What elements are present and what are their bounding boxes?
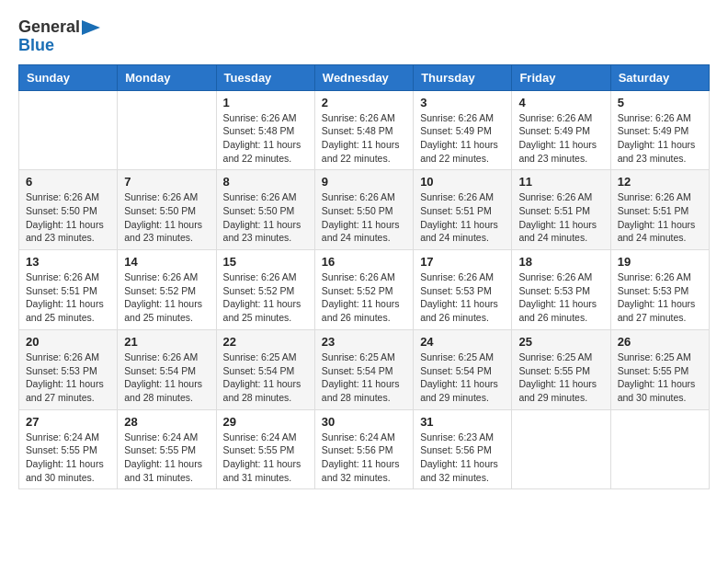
day-number: 12 [618, 175, 702, 189]
day-number: 4 [518, 96, 603, 109]
calendar-cell: 18Sunrise: 6:26 AM Sunset: 5:53 PM Dayli… [512, 250, 610, 330]
day-number: 22 [223, 335, 308, 349]
calendar-cell: 24Sunrise: 6:25 AM Sunset: 5:54 PM Dayli… [414, 329, 512, 409]
day-info: Sunrise: 6:26 AM Sunset: 5:48 PM Dayligh… [223, 111, 308, 166]
day-number: 9 [322, 175, 406, 189]
day-info: Sunrise: 6:26 AM Sunset: 5:51 PM Dayligh… [618, 190, 702, 245]
calendar-cell: 17Sunrise: 6:26 AM Sunset: 5:53 PM Dayli… [414, 250, 512, 330]
day-info: Sunrise: 6:23 AM Sunset: 5:56 PM Dayligh… [420, 431, 505, 485]
day-info: Sunrise: 6:25 AM Sunset: 5:55 PM Dayligh… [518, 350, 603, 405]
day-number: 7 [124, 175, 209, 189]
day-info: Sunrise: 6:26 AM Sunset: 5:53 PM Dayligh… [420, 270, 505, 325]
day-number: 20 [26, 335, 110, 349]
day-info: Sunrise: 6:26 AM Sunset: 5:48 PM Dayligh… [322, 111, 406, 166]
logo: General Blue [18, 18, 100, 55]
day-number: 28 [124, 415, 209, 429]
calendar-cell: 7Sunrise: 6:26 AM Sunset: 5:50 PM Daylig… [118, 170, 216, 250]
calendar-table: SundayMondayTuesdayWednesdayThursdayFrid… [18, 64, 710, 490]
calendar-week-row: 13Sunrise: 6:26 AM Sunset: 5:51 PM Dayli… [19, 250, 710, 330]
day-number: 29 [223, 415, 308, 429]
day-number: 3 [420, 96, 505, 109]
logo-general-text: General [18, 18, 80, 37]
calendar-cell: 31Sunrise: 6:23 AM Sunset: 5:56 PM Dayli… [414, 409, 512, 489]
day-info: Sunrise: 6:26 AM Sunset: 5:50 PM Dayligh… [322, 190, 406, 245]
calendar-header-saturday: Saturday [610, 64, 709, 90]
day-number: 27 [26, 415, 110, 429]
day-info: Sunrise: 6:26 AM Sunset: 5:54 PM Dayligh… [124, 350, 209, 405]
logo-arrow-icon [82, 20, 100, 35]
calendar-cell: 2Sunrise: 6:26 AM Sunset: 5:48 PM Daylig… [314, 90, 413, 170]
day-info: Sunrise: 6:26 AM Sunset: 5:52 PM Dayligh… [322, 270, 406, 325]
day-info: Sunrise: 6:24 AM Sunset: 5:56 PM Dayligh… [322, 431, 406, 485]
day-number: 19 [618, 255, 702, 269]
calendar-cell: 14Sunrise: 6:26 AM Sunset: 5:52 PM Dayli… [118, 250, 216, 330]
day-info: Sunrise: 6:25 AM Sunset: 5:54 PM Dayligh… [420, 350, 505, 405]
calendar-cell: 13Sunrise: 6:26 AM Sunset: 5:51 PM Dayli… [19, 250, 118, 330]
day-number: 18 [518, 255, 603, 269]
day-info: Sunrise: 6:26 AM Sunset: 5:51 PM Dayligh… [26, 270, 110, 325]
calendar-cell: 25Sunrise: 6:25 AM Sunset: 5:55 PM Dayli… [512, 329, 610, 409]
calendar-cell: 19Sunrise: 6:26 AM Sunset: 5:53 PM Dayli… [610, 250, 709, 330]
calendar-week-row: 1Sunrise: 6:26 AM Sunset: 5:48 PM Daylig… [19, 90, 710, 170]
calendar-week-row: 6Sunrise: 6:26 AM Sunset: 5:50 PM Daylig… [19, 170, 710, 250]
day-number: 24 [420, 335, 505, 349]
day-number: 16 [322, 255, 406, 269]
day-info: Sunrise: 6:26 AM Sunset: 5:50 PM Dayligh… [124, 190, 209, 245]
calendar-cell: 11Sunrise: 6:26 AM Sunset: 5:51 PM Dayli… [512, 170, 610, 250]
day-number: 6 [26, 175, 110, 189]
day-info: Sunrise: 6:24 AM Sunset: 5:55 PM Dayligh… [26, 431, 110, 485]
day-info: Sunrise: 6:25 AM Sunset: 5:54 PM Dayligh… [322, 350, 406, 405]
calendar-cell [118, 90, 216, 170]
calendar-cell: 20Sunrise: 6:26 AM Sunset: 5:53 PM Dayli… [19, 329, 118, 409]
day-number: 15 [223, 255, 308, 269]
calendar-cell: 3Sunrise: 6:26 AM Sunset: 5:49 PM Daylig… [414, 90, 512, 170]
day-info: Sunrise: 6:26 AM Sunset: 5:53 PM Dayligh… [26, 350, 110, 405]
calendar-cell: 28Sunrise: 6:24 AM Sunset: 5:55 PM Dayli… [118, 409, 216, 489]
day-info: Sunrise: 6:24 AM Sunset: 5:55 PM Dayligh… [124, 431, 209, 485]
day-number: 21 [124, 335, 209, 349]
day-info: Sunrise: 6:26 AM Sunset: 5:52 PM Dayligh… [223, 270, 308, 325]
calendar-cell: 10Sunrise: 6:26 AM Sunset: 5:51 PM Dayli… [414, 170, 512, 250]
day-number: 1 [223, 96, 308, 109]
day-info: Sunrise: 6:26 AM Sunset: 5:50 PM Dayligh… [223, 190, 308, 245]
calendar-header-monday: Monday [118, 64, 216, 90]
calendar-cell: 26Sunrise: 6:25 AM Sunset: 5:55 PM Dayli… [610, 329, 709, 409]
day-number: 10 [420, 175, 505, 189]
calendar-cell: 16Sunrise: 6:26 AM Sunset: 5:52 PM Dayli… [314, 250, 413, 330]
day-number: 23 [322, 335, 406, 349]
day-info: Sunrise: 6:26 AM Sunset: 5:51 PM Dayligh… [518, 190, 603, 245]
calendar-cell: 29Sunrise: 6:24 AM Sunset: 5:55 PM Dayli… [216, 409, 314, 489]
calendar-cell: 30Sunrise: 6:24 AM Sunset: 5:56 PM Dayli… [314, 409, 413, 489]
calendar-cell: 22Sunrise: 6:25 AM Sunset: 5:54 PM Dayli… [216, 329, 314, 409]
day-number: 5 [618, 96, 702, 109]
day-number: 30 [322, 415, 406, 429]
calendar-cell: 5Sunrise: 6:26 AM Sunset: 5:49 PM Daylig… [610, 90, 709, 170]
day-info: Sunrise: 6:26 AM Sunset: 5:52 PM Dayligh… [124, 270, 209, 325]
calendar-cell: 4Sunrise: 6:26 AM Sunset: 5:49 PM Daylig… [512, 90, 610, 170]
logo-blue-text: Blue [18, 36, 54, 54]
day-info: Sunrise: 6:25 AM Sunset: 5:54 PM Dayligh… [223, 350, 308, 405]
calendar-cell [19, 90, 118, 170]
calendar-header-row: SundayMondayTuesdayWednesdayThursdayFrid… [19, 64, 710, 90]
page-header: General Blue [18, 18, 710, 55]
calendar-cell: 15Sunrise: 6:26 AM Sunset: 5:52 PM Dayli… [216, 250, 314, 330]
day-info: Sunrise: 6:26 AM Sunset: 5:49 PM Dayligh… [518, 111, 603, 166]
day-number: 11 [518, 175, 603, 189]
calendar-cell: 9Sunrise: 6:26 AM Sunset: 5:50 PM Daylig… [314, 170, 413, 250]
calendar-header-sunday: Sunday [19, 64, 118, 90]
calendar-cell: 23Sunrise: 6:25 AM Sunset: 5:54 PM Dayli… [314, 329, 413, 409]
calendar-header-thursday: Thursday [414, 64, 512, 90]
day-info: Sunrise: 6:24 AM Sunset: 5:55 PM Dayligh… [223, 431, 308, 485]
calendar-cell [610, 409, 709, 489]
svg-marker-0 [82, 20, 100, 35]
calendar-header-wednesday: Wednesday [314, 64, 413, 90]
day-info: Sunrise: 6:26 AM Sunset: 5:53 PM Dayligh… [518, 270, 603, 325]
day-number: 25 [518, 335, 603, 349]
day-info: Sunrise: 6:26 AM Sunset: 5:51 PM Dayligh… [420, 190, 505, 245]
calendar-cell [512, 409, 610, 489]
logo-wrapper: General Blue [18, 18, 100, 55]
day-number: 17 [420, 255, 505, 269]
calendar-header-tuesday: Tuesday [216, 64, 314, 90]
day-info: Sunrise: 6:25 AM Sunset: 5:55 PM Dayligh… [618, 350, 702, 405]
calendar-header-friday: Friday [512, 64, 610, 90]
